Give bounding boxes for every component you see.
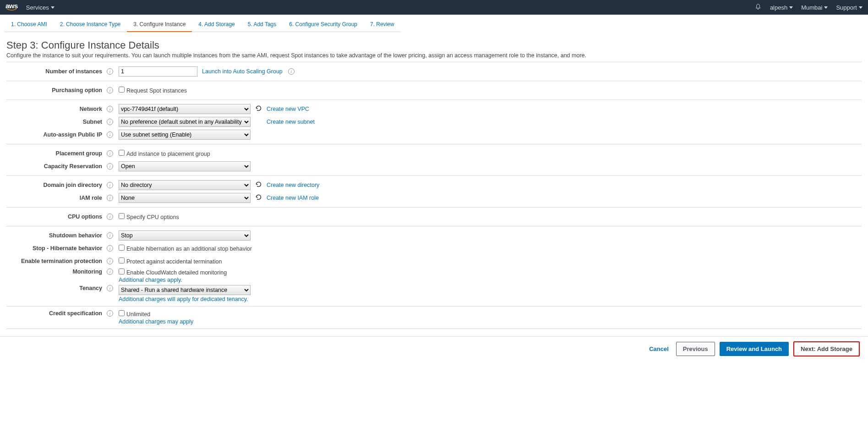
create-subnet-link[interactable]: Create new subnet [267,119,315,125]
refresh-icon[interactable] [255,194,262,202]
cpu-label: CPU options [6,214,106,220]
monitoring-checkbox-label: Enable CloudWatch detailed monitoring [126,269,227,276]
termination-checkbox-label: Protect against accidental termination [126,258,222,265]
info-icon[interactable]: i [107,106,113,112]
credit-checkbox[interactable] [119,310,125,316]
info-icon[interactable]: i [107,163,113,170]
page-title: Step 3: Configure Instance Details [6,39,862,51]
credit-charges-link[interactable]: Additional charges may apply [119,318,193,325]
termination-checkbox[interactable] [119,258,125,263]
spot-checkbox-label: Request Spot instances [126,88,187,94]
global-nav: aws Services alpesh Mumbai Support [0,0,868,15]
review-launch-button[interactable]: Review and Launch [720,342,789,356]
iam-select[interactable]: None [119,193,251,203]
support-menu[interactable]: Support [836,4,863,11]
create-directory-link[interactable]: Create new directory [267,182,319,188]
credit-checkbox-label: Unlimited [126,311,150,318]
tenancy-charges-link[interactable]: Additional charges will apply for dedica… [119,296,248,302]
auto-ip-label: Auto-assign Public IP [6,132,106,138]
info-icon[interactable]: i [107,68,113,75]
chevron-down-icon [51,6,55,9]
refresh-icon[interactable] [255,181,262,189]
wizard-step-7[interactable]: 7. Review [364,18,401,32]
tenancy-select[interactable]: Shared - Run a shared hardware instance [119,285,251,295]
info-icon[interactable]: i [107,285,113,291]
info-icon[interactable]: i [107,119,113,125]
cpu-checkbox-label: Specify CPU options [126,214,179,220]
num-instances-label: Number of instances [6,68,106,75]
create-vpc-link[interactable]: Create new VPC [267,106,309,112]
region-menu[interactable]: Mumbai [801,4,828,11]
network-select[interactable]: vpc-7749d41f (default) [119,104,251,114]
info-icon[interactable]: i [107,269,113,275]
wizard-step-1[interactable]: 1. Choose AMI [5,18,54,32]
info-icon[interactable]: i [288,68,295,75]
aws-logo[interactable]: aws [5,4,18,11]
info-icon[interactable]: i [107,87,113,93]
purchasing-label: Purchasing option [6,87,106,93]
termination-label: Enable termination protection [6,258,106,264]
previous-button[interactable]: Previous [676,342,715,356]
placement-checkbox[interactable] [119,150,125,156]
placement-checkbox-label: Add instance to placement group [126,151,210,157]
info-icon[interactable]: i [107,195,113,201]
hibernate-checkbox[interactable] [119,245,125,251]
wizard-step-6[interactable]: 6. Configure Security Group [283,18,364,32]
chevron-down-icon [859,6,863,9]
domain-select[interactable]: No directory [119,180,251,190]
info-icon[interactable]: i [107,150,113,157]
auto-ip-select[interactable]: Use subnet setting (Enable) [119,130,251,140]
cpu-checkbox[interactable] [119,213,125,219]
tenancy-label: Tenancy [6,285,106,291]
info-icon[interactable]: i [107,258,113,264]
launch-asg-link[interactable]: Launch into Auto Scaling Group [202,68,283,75]
monitoring-label: Monitoring [6,269,106,275]
wizard-footer: Cancel Previous Review and Launch Next: … [0,336,868,361]
placement-label: Placement group [6,150,106,157]
info-icon[interactable]: i [107,310,113,317]
page-description: Configure the instance to suit your requ… [6,52,862,59]
next-add-storage-button[interactable]: Next: Add Storage [793,341,860,356]
hibernate-label: Stop - Hibernate behavior [6,245,106,252]
subnet-select[interactable]: No preference (default subnet in any Ava… [119,117,251,127]
domain-label: Domain join directory [6,182,106,188]
subnet-label: Subnet [6,119,106,125]
info-icon[interactable]: i [107,232,113,239]
hibernate-checkbox-label: Enable hibernation as an additional stop… [126,246,252,252]
wizard-steps: 1. Choose AMI 2. Choose Instance Type 3.… [0,15,868,32]
chevron-down-icon [824,6,828,9]
info-icon[interactable]: i [107,245,113,252]
notifications-icon[interactable] [754,3,762,12]
wizard-step-3[interactable]: 3. Configure Instance [127,18,192,32]
iam-label: IAM role [6,195,106,201]
capacity-label: Capacity Reservation [6,163,106,170]
shutdown-select[interactable]: Stop [119,230,251,241]
shutdown-label: Shutdown behavior [6,232,106,239]
chevron-down-icon [789,6,793,9]
create-iam-link[interactable]: Create new IAM role [267,195,319,201]
info-icon[interactable]: i [107,132,113,138]
monitoring-checkbox[interactable] [119,269,125,274]
network-label: Network [6,106,106,112]
monitoring-charges-link[interactable]: Additional charges apply. [119,277,182,283]
credit-label: Credit specification [6,310,106,317]
refresh-icon[interactable] [255,105,262,113]
wizard-step-5[interactable]: 5. Add Tags [241,18,283,32]
num-instances-input[interactable] [119,66,197,77]
account-menu[interactable]: alpesh [770,4,793,11]
wizard-step-4[interactable]: 4. Add Storage [192,18,241,32]
info-icon[interactable]: i [107,214,113,220]
info-icon[interactable]: i [107,182,113,188]
capacity-select[interactable]: Open [119,161,251,171]
wizard-step-2[interactable]: 2. Choose Instance Type [54,18,127,32]
aws-smile-icon [5,8,18,11]
services-menu[interactable]: Services [26,4,55,11]
spot-checkbox[interactable] [119,87,125,93]
cancel-button[interactable]: Cancel [646,345,671,353]
